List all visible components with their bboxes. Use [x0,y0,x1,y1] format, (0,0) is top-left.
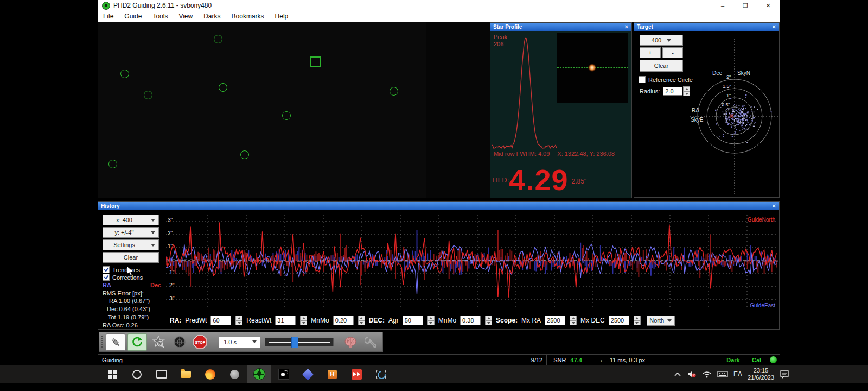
red-arrows-icon [352,369,362,380]
fwhm-text: Mid row FWHM: 4.09 [494,150,550,157]
system-tray: EΛ 23:15 21/6/2023 [674,365,789,383]
menu-view[interactable]: View [173,12,198,20]
exposure-select[interactable]: 1.0 s [219,336,260,348]
history-plot-svg [166,215,778,310]
guide-star-blob [588,64,596,72]
chevron-down-icon [151,219,155,222]
agr-spinner[interactable] [427,316,435,325]
close-button[interactable]: ✕ [757,0,780,11]
touch-keyboard-icon[interactable] [717,370,728,378]
status-bar: Guiding 9/12 SNR 47.4 ← 11 ms, 0.3 px Da… [98,354,780,365]
volume-muted-icon[interactable] [687,370,697,378]
settings-select[interactable]: Settings [103,239,159,250]
star-profile-caption[interactable]: Star Profile ✕ [490,23,631,31]
target-caption[interactable]: Target ✕ [634,23,779,31]
agr-input[interactable] [403,316,423,325]
notifications-icon[interactable] [780,370,789,379]
dec-mnmo-input[interactable] [460,316,481,325]
skyn-axis-label: SkyN [737,70,750,76]
toolbar-separator [337,335,337,350]
red-app-button[interactable] [344,365,369,383]
auto-select-star-button[interactable] [149,334,168,350]
toolbar-drag-handle[interactable] [101,335,104,349]
stretch-slider[interactable] [265,338,334,346]
wifi-icon[interactable] [702,370,712,378]
history-caption[interactable]: History ✕ [98,202,779,210]
history-close-icon[interactable]: ✕ [772,203,776,209]
mxra-input[interactable] [545,316,565,325]
tray-time: 23:15 [748,367,774,374]
menu-help[interactable]: Help [270,12,294,20]
predwt-spinner[interactable] [235,316,242,325]
mxdec-label: Mx DEC [580,317,605,324]
ra-mnmo-input[interactable] [333,316,354,325]
app-button[interactable] [222,365,247,383]
ring-label-0_5: 0.5" [722,102,730,108]
brain-icon [343,336,358,349]
orange-h-icon [328,370,337,379]
trendlines-checkbox[interactable] [103,266,110,273]
history-clear-button[interactable]: Clear [103,252,159,263]
window-titlebar: PHD2 Guiding 2.6.11 - svbony480 – ❐ ✕ [98,0,780,11]
history-graph: 3" 2" 1" -1" -2" -3" GuideNorth GuideEas… [166,215,778,310]
capture-app-button[interactable] [271,365,296,383]
mxra-spinner[interactable] [570,316,577,325]
target-close-icon[interactable]: ✕ [772,24,776,30]
history-body: x: 400 y: +/-4'' Settings Clear Trendlin… [98,210,779,330]
predwt-input[interactable] [210,316,231,325]
tray-chevron-icon[interactable] [674,371,681,377]
camera-frame [98,22,426,198]
star-profile-title: Star Profile [493,24,522,30]
file-explorer-button[interactable] [174,365,198,383]
menu-guide[interactable]: Guide [119,12,147,20]
star-marker [240,150,249,159]
menu-bookmarks[interactable]: Bookmarks [226,12,270,20]
loop-arrows-icon [131,336,144,349]
dec-guide-mode-select[interactable]: North [647,316,675,326]
mxdec-spinner[interactable] [634,316,641,325]
camera-settings-button[interactable] [362,334,380,350]
star-profile-panel: Star Profile ✕ Peak 206 Mid row [490,22,632,198]
target-panel: Target ✕ 400 + - Clear Reference Circle [634,22,780,198]
mouse-cursor [126,266,136,276]
stop-button[interactable]: STOP [191,334,209,350]
reactwt-input[interactable] [275,316,296,325]
mxra-label: Mx RA [521,317,541,324]
star-magnifier-icon [151,335,165,349]
menu-tools[interactable]: Tools [147,12,173,20]
minimize-button[interactable]: – [711,0,734,11]
maximize-button[interactable]: ❐ [734,0,757,11]
menu-darks[interactable]: Darks [198,12,226,20]
task-view-icon [156,370,167,379]
dec-mnmo-spinner[interactable] [485,316,492,325]
star-marker [108,160,117,168]
task-view-button[interactable] [149,365,174,383]
loop-exposures-button[interactable] [127,333,147,351]
guide-button[interactable] [170,334,189,350]
swirl-app-button[interactable] [369,365,393,383]
planetarium-app-button[interactable] [296,365,320,383]
star-marker [120,70,129,78]
ring-label-1_5: 1.5" [723,84,731,89]
ring-label-1: 1" [726,93,731,98]
x-scale-select[interactable]: x: 400 [103,215,159,225]
brain-advanced-settings-button[interactable] [341,334,359,350]
reactwt-spinner[interactable] [300,316,307,325]
menu-file[interactable]: File [98,12,119,20]
star-profile-close-icon[interactable]: ✕ [624,24,629,30]
mxdec-input[interactable] [609,316,629,325]
hnsky-app-button[interactable] [320,365,344,383]
search-button[interactable] [125,365,149,383]
corrections-checkbox[interactable] [103,274,110,281]
slider-thumb[interactable] [291,337,298,348]
firefox-button[interactable] [198,365,222,383]
clock[interactable]: 23:15 21/6/2023 [748,367,774,381]
phd2-taskbar-button[interactable] [247,365,271,383]
language-indicator[interactable]: EΛ [733,370,742,378]
camera-view[interactable] [98,22,490,198]
ra-mnmo-spinner[interactable] [358,316,365,325]
connect-equipment-button[interactable] [106,333,125,351]
start-button[interactable] [100,365,125,383]
y-scale-select[interactable]: y: +/-4'' [103,227,159,238]
history-panel: History ✕ x: 400 y: +/-4'' Settings Clea… [98,201,780,330]
